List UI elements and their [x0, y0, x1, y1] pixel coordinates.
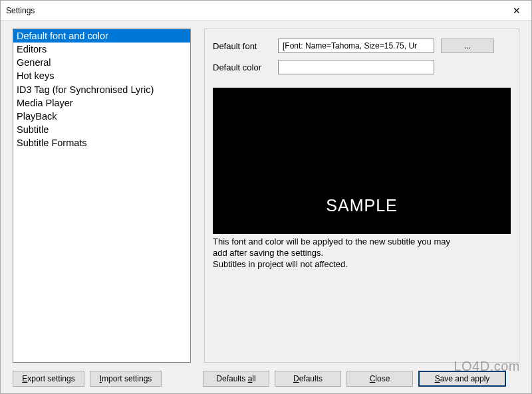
sidebar-item-subtitle-formats[interactable]: Subtitle Formats	[13, 136, 190, 149]
sidebar-item-general[interactable]: General	[13, 56, 190, 69]
hint-text: This font and color will be applyed to t…	[213, 237, 511, 270]
sidebar-item-hot-keys[interactable]: Hot keys	[13, 69, 190, 82]
hint-line: add after saving the settings.	[213, 248, 511, 259]
settings-window: Settings ✕ Default font and color Editor…	[0, 0, 532, 394]
sidebar-item-editors[interactable]: Editors	[13, 43, 190, 56]
close-button[interactable]: Close	[346, 371, 413, 387]
content-area: Default font and color Editors General H…	[1, 21, 531, 393]
font-preview: SAMPLE	[213, 88, 511, 234]
defaults-all-button[interactable]: Defaults all	[203, 371, 269, 387]
settings-category-list[interactable]: Default font and color Editors General H…	[13, 29, 191, 363]
default-color-input[interactable]	[278, 60, 434, 74]
sidebar-item-media-player[interactable]: Media Player	[13, 96, 190, 110]
save-and-apply-button[interactable]: Save and apply	[418, 371, 506, 387]
export-settings-button[interactable]: Export settings	[13, 371, 84, 387]
defaults-button[interactable]: Defaults	[275, 371, 341, 387]
close-icon[interactable]: ✕	[501, 1, 531, 20]
main-row: Default font and color Editors General H…	[13, 29, 519, 363]
default-font-input[interactable]	[278, 39, 434, 53]
preview-sample-text: SAMPLE	[326, 196, 397, 215]
settings-panel: Default font ... Default color SAMPLE Th…	[204, 29, 519, 363]
default-color-label: Default color	[213, 62, 271, 72]
window-title: Settings	[6, 6, 35, 15]
default-font-row: Default font ...	[213, 39, 511, 53]
sidebar-item-id3-tag[interactable]: ID3 Tag (for Synchronised Lyric)	[13, 83, 190, 96]
bottom-button-row: Export settings Import settings Defaults…	[13, 363, 519, 387]
hint-line: This font and color will be applyed to t…	[213, 237, 511, 248]
default-color-row: Default color	[213, 60, 511, 74]
default-font-label: Default font	[213, 41, 271, 51]
titlebar: Settings ✕	[1, 1, 531, 21]
hint-line: Subtitles in project will not affected.	[213, 259, 511, 270]
import-settings-button[interactable]: Import settings	[90, 371, 162, 387]
font-browse-button[interactable]: ...	[441, 39, 494, 53]
sidebar-item-default-font-color[interactable]: Default font and color	[13, 29, 190, 43]
sidebar-item-playback[interactable]: PlayBack	[13, 110, 190, 123]
sidebar-item-subtitle[interactable]: Subtitle	[13, 123, 190, 136]
